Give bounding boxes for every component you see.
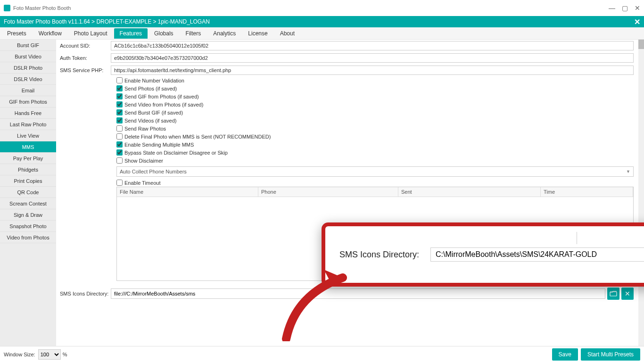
sidebar-item-phidgets[interactable]: Phidgets — [0, 164, 56, 175]
check-delete-final-photo[interactable] — [116, 133, 123, 140]
check-send-gif[interactable] — [116, 93, 123, 99]
callout-sms-icons-directory: SMS Icons Directory: — [322, 222, 644, 287]
minimize-icon[interactable]: — — [609, 4, 615, 12]
check-label: Send Burst GIF (if saved) — [124, 110, 183, 115]
callout-input[interactable] — [430, 247, 644, 262]
start-multi-presets-button[interactable]: Start Multi Presets — [581, 348, 640, 361]
window-size-label: Window Size: — [4, 352, 35, 357]
tab-filters[interactable]: Filters — [180, 28, 207, 39]
browse-folder-button[interactable] — [607, 288, 619, 300]
check-enable-timeout[interactable] — [116, 180, 123, 186]
check-show-disclaimer[interactable] — [116, 157, 123, 164]
window-size-select[interactable]: 100 — [38, 349, 61, 360]
window-title: Foto Master Photo Booth — [13, 5, 71, 11]
check-label: Show Disclaimer — [124, 158, 163, 164]
percent-symbol: % — [63, 352, 67, 357]
check-label: Delete Final Photo when MMS is Sent (NOT… — [124, 134, 271, 140]
tab-globals[interactable]: Globals — [149, 28, 179, 39]
check-enable-multiple-mms[interactable] — [116, 141, 123, 148]
label-sms-php: SMS Service PHP: — [60, 67, 111, 73]
vertical-scrollbar[interactable] — [638, 40, 644, 346]
check-label: Send Photos (if saved) — [124, 86, 177, 91]
maximize-icon[interactable]: ▢ — [622, 4, 628, 12]
save-button[interactable]: Save — [552, 348, 578, 361]
col-phone[interactable]: Phone — [258, 187, 398, 197]
check-send-videos[interactable] — [116, 117, 123, 123]
app-logo-icon — [4, 5, 10, 11]
sidebar-item-burst-video[interactable]: Burst Video — [0, 51, 56, 62]
check-send-raw-photos[interactable] — [116, 125, 123, 132]
clear-button[interactable]: ✕ — [621, 288, 634, 300]
tabs-bar: Presets Workflow Photo Layout Features G… — [0, 27, 644, 40]
breadcrumb: Foto Master Photo Booth v11.1.64 > DROPL… — [4, 18, 210, 25]
label-auth-token: Auth Token: — [60, 55, 111, 61]
sidebar-item-scream-contest[interactable]: Scream Contest — [0, 198, 56, 209]
tab-about[interactable]: About — [274, 28, 300, 39]
input-sms-icons-dir[interactable] — [111, 288, 605, 299]
check-label: Send Videos (if saved) — [124, 118, 176, 123]
tab-license[interactable]: License — [242, 28, 273, 39]
tab-workflow[interactable]: Workflow — [33, 28, 67, 39]
sidebar-item-qr-code[interactable]: QR Code — [0, 187, 56, 198]
sidebar-item-dslr-photo[interactable]: DSLR Photo — [0, 62, 56, 74]
bottom-bar: Window Size: 100 % Save Start Multi Pres… — [0, 346, 644, 362]
sidebar-item-burst-gif[interactable]: Burst GIF — [0, 40, 56, 51]
sidebar-item-last-raw-photo[interactable]: Last Raw Photo — [0, 119, 56, 130]
callout-label: SMS Icons Directory: — [339, 250, 419, 260]
check-send-burst-gif[interactable] — [116, 109, 123, 115]
sidebar-item-gif-from-photos[interactable]: GIF from Photos — [0, 96, 56, 107]
check-label: Enable Sending Multiple MMS — [124, 142, 194, 148]
sidebar-item-sign-draw[interactable]: Sign & Draw — [0, 209, 56, 221]
close-icon[interactable]: ✕ — [635, 4, 640, 12]
sidebar-item-print-copies[interactable]: Print Copies — [0, 175, 56, 187]
check-bypass-state[interactable] — [116, 149, 123, 156]
dropdown-auto-collect[interactable]: Auto Collect Phone Numbers ▼ — [116, 166, 634, 177]
main-panel: Account SID: Auth Token: SMS Service PHP… — [56, 40, 644, 346]
folder-search-icon — [610, 290, 617, 297]
row-auth-token: Auth Token: — [56, 52, 637, 64]
sidebar-item-pay-per-play[interactable]: Pay Per Play — [0, 153, 56, 164]
row-sms-php: SMS Service PHP: — [56, 64, 637, 76]
sidebar: Burst GIF Burst Video DSLR Photo DSLR Vi… — [0, 40, 56, 346]
sidebar-item-hands-free[interactable]: Hands Free — [0, 107, 56, 119]
check-label: Send Video from Photos (if saved) — [124, 102, 203, 107]
input-sms-php[interactable] — [111, 66, 634, 75]
table-header-row: File Name Phone Sent Time — [117, 187, 633, 197]
content-area: Burst GIF Burst Video DSLR Photo DSLR Vi… — [0, 40, 644, 346]
input-account-sid[interactable] — [111, 41, 634, 50]
check-send-photos[interactable] — [116, 85, 123, 91]
input-auth-token[interactable] — [111, 53, 634, 63]
window-controls: — ▢ ✕ — [609, 4, 640, 12]
tab-presets[interactable]: Presets — [1, 28, 32, 39]
dropdown-label: Auto Collect Phone Numbers — [120, 169, 187, 174]
header-close-icon[interactable]: ✕ — [634, 17, 640, 26]
check-enable-number-validation[interactable] — [116, 77, 123, 83]
check-label: Bypass State on Disclaimer Disagree or S… — [124, 150, 228, 156]
chevron-down-icon: ▼ — [626, 169, 630, 174]
check-label: Send GIF from Photos (if saved) — [124, 94, 199, 99]
col-time[interactable]: Time — [541, 187, 633, 197]
col-file-name[interactable]: File Name — [117, 187, 258, 197]
check-send-video-photos[interactable] — [116, 101, 123, 107]
row-account-sid: Account SID: — [56, 40, 637, 52]
check-label: Enable Timeout — [124, 180, 160, 186]
sidebar-item-mms[interactable]: MMS — [0, 141, 56, 153]
sidebar-item-live-view[interactable]: Live View — [0, 130, 56, 141]
check-label: Send Raw Photos — [124, 126, 166, 132]
tab-features[interactable]: Features — [114, 28, 148, 39]
check-label: Enable Number Validation — [124, 78, 184, 83]
tab-analytics[interactable]: Analytics — [207, 28, 241, 39]
app-header: Foto Master Photo Booth v11.1.64 > DROPL… — [0, 16, 644, 27]
sidebar-item-snapshot-photo[interactable]: Snapshot Photo — [0, 221, 56, 232]
sidebar-item-video-from-photos[interactable]: Video from Photos — [0, 232, 56, 243]
os-title-bar: Foto Master Photo Booth — ▢ ✕ — [0, 0, 644, 16]
sidebar-item-dslr-video[interactable]: DSLR Video — [0, 74, 56, 85]
label-sms-icons-dir: SMS Icons Directory: — [60, 291, 111, 296]
label-account-sid: Account SID: — [60, 43, 111, 49]
sidebar-item-email[interactable]: Email — [0, 85, 56, 96]
tab-photo-layout[interactable]: Photo Layout — [68, 28, 113, 39]
row-sms-icons-directory: SMS Icons Directory: ✕ — [56, 285, 637, 303]
col-sent[interactable]: Sent — [398, 187, 541, 197]
